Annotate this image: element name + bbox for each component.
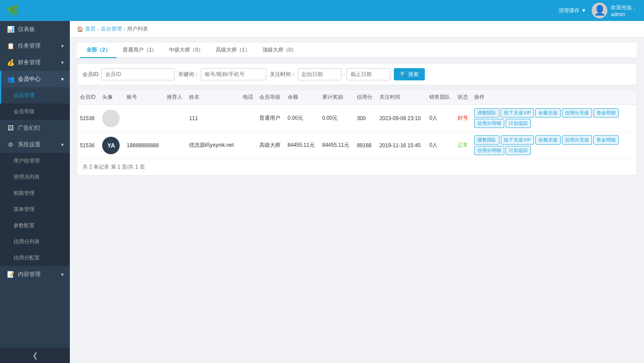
- breadcrumb-current: 用户列表: [127, 25, 148, 33]
- sidebar-item-content[interactable]: 📝 内容管理 ▼: [0, 266, 70, 283]
- th-reward: 累计奖励: [320, 90, 354, 105]
- date-separator: -: [343, 71, 345, 77]
- sidebar-item-creditlist[interactable]: 信用分列表: [0, 234, 70, 250]
- layout: 📊 仪表板 📋 任务管理 ▼ 💰 财务管理 ▼ 👥 会员中心 ▼ 会员管理: [0, 21, 644, 363]
- end-date-input[interactable]: [347, 68, 390, 80]
- greeting-line1: 欢迎光临，: [611, 4, 637, 11]
- sidebar-item-system[interactable]: ⚙ 系统设置 ▼: [0, 136, 70, 153]
- action-button[interactable]: 资金明细: [593, 108, 619, 118]
- sidebar-item-dashboard[interactable]: 📊 仪表板: [0, 21, 70, 38]
- action-button[interactable]: 线下充值VIP: [501, 135, 534, 145]
- th-credit: 信用分: [354, 90, 376, 105]
- sidebar-item-permission[interactable]: 权限管理: [0, 185, 70, 201]
- tab-normal[interactable]: 普通用户（1）: [117, 43, 163, 58]
- sidebar-item-creditconfig[interactable]: 信用分配置: [0, 250, 70, 266]
- sidebar-item-member-mgmt[interactable]: 会员管理: [0, 87, 70, 104]
- cell-phone: [240, 132, 257, 159]
- sidebar-item-member-level[interactable]: 会员等级: [0, 104, 70, 120]
- sidebar-item-param[interactable]: 参数配置: [0, 218, 70, 234]
- content-arrow-icon: ▼: [60, 272, 65, 277]
- top-nav-right: 清理缓存 ▼ 👤 欢迎光临， admin: [558, 3, 637, 18]
- action-button[interactable]: 调整团队: [474, 108, 499, 118]
- sidebar-label-system: 系统设置: [18, 141, 41, 149]
- tab-top[interactable]: 顶级大师（0）: [256, 43, 303, 58]
- sidebar-item-task[interactable]: 📋 任务管理 ▼: [0, 38, 70, 54]
- sidebar-label-ad: 广告幻灯: [18, 124, 41, 132]
- th-status: 状态: [455, 90, 472, 105]
- cell-referrer: [164, 105, 186, 132]
- sidebar-item-ad[interactable]: 🖼 广告幻灯: [0, 120, 70, 136]
- member-id-input[interactable]: [101, 68, 175, 80]
- breadcrumb-home-link[interactable]: 首页: [85, 25, 96, 33]
- start-date-input[interactable]: [298, 68, 341, 80]
- cell-reward: 0.00元: [320, 105, 354, 132]
- action-button[interactable]: 信用分充值: [562, 135, 592, 145]
- sidebar-item-member-center[interactable]: 👥 会员中心 ▼: [0, 71, 70, 87]
- cell-status: 正常: [455, 132, 472, 159]
- th-salesteam: 销售团队: [427, 90, 455, 105]
- action-button[interactable]: 计划追踪: [506, 146, 531, 155]
- sidebar-label-param: 参数配置: [14, 222, 34, 229]
- sidebar-label-member-mgmt: 会员管理: [14, 92, 34, 99]
- cache-dropdown-icon: ▼: [581, 7, 586, 14]
- action-button[interactable]: 资金明细: [593, 135, 619, 145]
- action-button[interactable]: 信用分充值: [562, 108, 592, 118]
- cell-balance: 84455.11元: [285, 132, 320, 159]
- sidebar-label-finance: 财务管理: [18, 59, 41, 66]
- cell-id: 51538: [77, 105, 100, 132]
- search-button-label: 搜索: [408, 71, 419, 78]
- task-icon: 📋: [7, 42, 14, 49]
- sidebar-item-usergroup[interactable]: 用户组管理: [0, 153, 70, 169]
- table-row: 51538 111 普通用户 0.00元 0.00元 300 2023-09-0…: [77, 105, 637, 132]
- avatar-icon: 👤: [594, 5, 606, 16]
- breadcrumb-backmgmt-link[interactable]: 后台管理: [101, 25, 122, 33]
- content-icon: 📝: [7, 271, 14, 278]
- sidebar-sub-system: 用户组管理 管理员列表 权限管理 菜单管理 参数配置 信用分列表 信用分配置: [0, 153, 70, 266]
- breadcrumb-sep2: ›: [124, 26, 125, 32]
- member-table: 会员ID 头像 账号 推荐人 姓名 电话 会员等级 余额 累计奖励 信用分 关注…: [77, 90, 637, 159]
- keyword-input[interactable]: [201, 68, 266, 80]
- sidebar-label-task: 任务管理: [18, 42, 41, 50]
- th-balance: 余额: [285, 90, 320, 105]
- action-button[interactable]: 计划追踪: [506, 119, 531, 128]
- action-button[interactable]: 余额充值: [535, 135, 561, 145]
- cell-account: 18888888888: [124, 132, 164, 159]
- cell-level: 普通用户: [257, 105, 285, 132]
- table-row: 51536 YA 18888888888 优洗源码yxymk.net 高级大师 …: [77, 132, 637, 159]
- sidebar-item-adminlist[interactable]: 管理员列表: [0, 169, 70, 185]
- cell-level: 高级大师: [257, 132, 285, 159]
- tab-high[interactable]: 高级大师（1）: [210, 43, 256, 58]
- ad-icon: 🖼: [7, 124, 14, 131]
- tab-mid[interactable]: 中级大师（0）: [163, 43, 210, 58]
- sidebar-label-permission: 权限管理: [14, 190, 34, 197]
- sidebar-label-member-center: 会员中心: [18, 75, 41, 83]
- member-table-wrap: 会员ID 头像 账号 推荐人 姓名 电话 会员等级 余额 累计奖励 信用分 关注…: [77, 90, 637, 176]
- breadcrumb: 🏠 首页 › 后台管理 › 用户列表: [70, 21, 644, 38]
- pagination: 共 2 条记录 第 1 页/共 1 页: [77, 159, 637, 175]
- th-action: 操作: [472, 90, 637, 105]
- member-center-arrow-icon: ▼: [60, 77, 65, 82]
- sidebar-label-creditlist: 信用分列表: [14, 238, 40, 245]
- sidebar-label-adminlist: 管理员列表: [14, 173, 40, 181]
- greeting-line2: admin: [611, 11, 637, 17]
- search-button[interactable]: 🔍 搜索: [394, 68, 425, 80]
- top-nav-left: 🌿: [7, 5, 19, 16]
- action-button[interactable]: 信用分明细: [474, 146, 504, 155]
- cell-avatar: [100, 105, 124, 132]
- action-button[interactable]: 线下充值VIP: [501, 108, 534, 118]
- cell-actions: 调整团队线下充值VIP余额充值信用分充值资金明细信用分明细计划追踪: [472, 105, 637, 132]
- action-button[interactable]: 信用分明细: [474, 119, 504, 128]
- tab-all[interactable]: 全部（2）: [80, 43, 117, 58]
- th-referrer: 推荐人: [164, 90, 186, 105]
- cell-balance: 0.00元: [285, 105, 320, 132]
- member-avatar: [102, 110, 120, 127]
- clear-cache-button[interactable]: 清理缓存 ▼: [558, 7, 586, 14]
- sidebar-collapse-button[interactable]: ❮: [0, 348, 70, 363]
- sidebar-item-finance[interactable]: 💰 财务管理 ▼: [0, 54, 70, 71]
- cell-avatar: YA: [100, 132, 124, 159]
- cell-realname: 111: [186, 105, 240, 132]
- top-nav: 🌿 清理缓存 ▼ 👤 欢迎光临， admin: [0, 0, 644, 21]
- action-button[interactable]: 调整团队: [474, 135, 499, 145]
- sidebar-item-menu[interactable]: 菜单管理: [0, 201, 70, 218]
- action-button[interactable]: 余额充值: [535, 108, 561, 118]
